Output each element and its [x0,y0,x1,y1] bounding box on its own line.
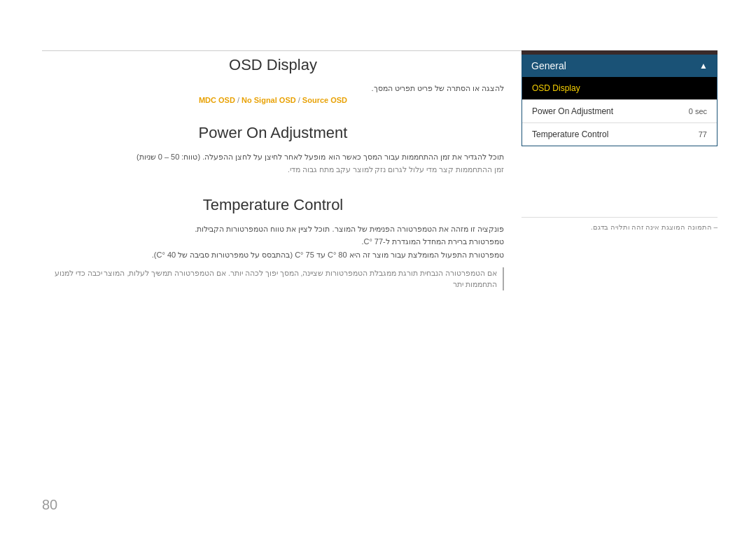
osd-display-desc: להצגה או הסתרה של פריט תפריט המסך. [42,84,504,93]
power-on-line1: תוכל להגדיר את זמן ההתחממות עבור המסך כא… [42,150,504,164]
power-on-title: Power On Adjustment [42,124,504,142]
power-on-body: תוכל להגדיר את זמן ההתחממות עבור המסך כא… [42,150,504,176]
panel-item-temp-value: 77 [699,130,707,139]
temp-line3: טמפרטורת התפעול המומלצת עבור מוצר זה היא… [42,248,504,262]
right-bottom-note: – התמונה המוצגת אינה זהה ותלויה בדגם. [522,217,718,231]
temp-line2: טמפרטורת ברירת המחדל המוגדרת ל-C° 77. [42,235,504,248]
panel-item-power[interactable]: Power On Adjustment 0 sec [522,100,717,123]
right-panel: General ▲ OSD Display Power On Adjustmen… [522,55,718,146]
panel-item-osd-label: OSD Display [532,83,580,93]
temperature-body: פונקציה זו מזהה את הטמפרטורה הפנימית של … [42,223,504,291]
main-content: OSD Display להצגה או הסתרה של פריט תפריט… [42,56,504,290]
temperature-title: Temperature Control [42,196,504,214]
breadcrumb-part2: No Signal OSD [241,96,296,104]
power-on-line2: זמן ההתחממות קצר מדי עלול לגרום נזק למוצ… [42,164,504,176]
panel-item-temp-label: Temperature Control [532,129,608,139]
top-divider [42,50,567,51]
chevron-up-icon: ▲ [699,61,708,71]
panel-item-temp[interactable]: Temperature Control 77 [522,123,717,146]
breadcrumb-part3: Source OSD [302,96,347,104]
temp-warning: אם הטמפרטורה הנבחית תורגת ממגבלת הטמפרטו… [42,267,504,291]
panel-title: General [531,60,566,71]
page-number: 80 [42,497,57,513]
breadcrumb: MDC OSD / No Signal OSD / Source OSD [42,96,504,104]
breadcrumb-part1: MDC OSD [199,96,235,104]
panel-item-power-label: Power On Adjustment [532,106,613,116]
temp-line1: פונקציה זו מזהה את הטמפרטורה הפנימית של … [42,223,504,236]
panel-items: OSD Display Power On Adjustment 0 sec Te… [522,77,718,146]
panel-item-osd[interactable]: OSD Display [522,77,717,100]
breadcrumb-sep1: / [235,96,241,104]
breadcrumb-sep2: / [296,96,302,104]
panel-header: General ▲ [522,55,718,77]
panel-item-power-value: 0 sec [689,107,707,115]
osd-display-title: OSD Display [42,56,504,74]
